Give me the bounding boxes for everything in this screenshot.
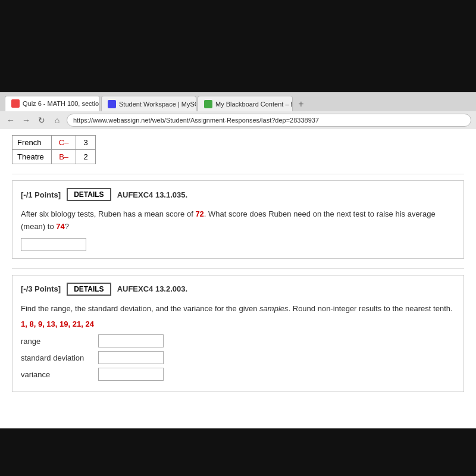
question-2-id: AUFEXC4 13.2.003. — [117, 284, 188, 293]
table-row: Theatre B– 2 — [12, 150, 96, 164]
monitor-bottom — [0, 428, 476, 476]
question-1-details-button[interactable]: DETAILS — [67, 188, 111, 201]
question-1-points: [-/1 Points] — [21, 190, 61, 199]
forward-button[interactable]: → — [20, 114, 32, 126]
std-dev-input[interactable] — [98, 351, 164, 364]
back-button[interactable]: ← — [5, 114, 17, 126]
divider-2 — [12, 268, 464, 269]
question-1-text: After six biology tests, Ruben has a mea… — [21, 208, 455, 233]
question-1-id: AUFEXC4 13.1.035. — [117, 190, 188, 199]
reload-button[interactable]: ↻ — [36, 114, 48, 126]
variance-row: variance — [21, 368, 455, 381]
points-theatre: 2 — [76, 150, 95, 164]
browser-window: Quiz 6 - MATH 100, section A02 ✕ Student… — [0, 92, 476, 428]
tab-bar: Quiz 6 - MATH 100, section A02 ✕ Student… — [0, 92, 476, 111]
variance-label: variance — [21, 370, 92, 379]
q1-mean2: 74 — [56, 222, 64, 231]
q2-samples-italic: samples — [259, 304, 288, 313]
std-dev-label: standard deviation — [21, 353, 92, 362]
sample-list: 1, 8, 9, 13, 19, 21, 24 — [21, 320, 455, 328]
tab-favicon-scad — [108, 100, 116, 108]
table-row: French C– 3 — [12, 136, 96, 150]
question-2-header: [-/3 Points] DETAILS AUFEXC4 13.2.003. — [21, 283, 455, 296]
tab-label-bb: My Blackboard Content – Blackb… — [215, 101, 293, 108]
new-tab-button[interactable]: + — [294, 97, 308, 111]
subject-french: French — [12, 136, 52, 150]
range-input[interactable] — [98, 334, 164, 347]
browser-chrome: Quiz 6 - MATH 100, section A02 ✕ Student… — [0, 92, 476, 129]
question-1-answer-input[interactable] — [21, 238, 86, 251]
tab-scad[interactable]: Student Workspace | MySCAD ✕ — [101, 96, 196, 111]
std-dev-row: standard deviation — [21, 351, 455, 364]
points-french: 3 — [76, 136, 95, 150]
grade-french: C– — [51, 136, 76, 150]
tab-favicon-quiz — [11, 99, 20, 108]
q1-text-before: After six biology tests, Ruben has a mea… — [21, 209, 195, 218]
grade-theatre: B– — [51, 150, 76, 164]
home-button[interactable]: ⌂ — [51, 114, 63, 126]
question-2-details-button[interactable]: DETAILS — [67, 283, 111, 296]
tab-blackboard[interactable]: My Blackboard Content – Blackb… ✕ — [198, 96, 293, 111]
page-content: French C– 3 Theatre B– 2 [-/1 Points] DE… — [0, 129, 476, 428]
question-1-section: [-/1 Points] DETAILS AUFEXC4 13.1.035. A… — [12, 180, 464, 259]
address-input[interactable] — [67, 114, 471, 127]
question-2-points: [-/3 Points] — [21, 284, 61, 293]
range-label: range — [21, 337, 92, 346]
q1-mean1: 72 — [195, 209, 203, 218]
divider-1 — [12, 174, 464, 174]
subject-theatre: Theatre — [12, 150, 52, 164]
question-2-section: [-/3 Points] DETAILS AUFEXC4 13.2.003. F… — [12, 275, 464, 393]
grade-table: French C– 3 Theatre B– 2 — [12, 135, 96, 164]
variance-input[interactable] — [98, 368, 164, 381]
range-row: range — [21, 334, 455, 347]
q1-text-after: ? — [65, 222, 69, 231]
question-2-text: Find the range, the standard deviation, … — [21, 303, 455, 315]
address-bar: ← → ↻ ⌂ — [0, 111, 476, 129]
question-1-header: [-/1 Points] DETAILS AUFEXC4 13.1.035. — [21, 188, 455, 201]
tab-favicon-bb — [204, 100, 212, 108]
tab-label-quiz: Quiz 6 - MATH 100, section A02 — [23, 100, 100, 107]
tab-label-scad: Student Workspace | MySCAD — [119, 101, 196, 108]
monitor-top — [0, 0, 476, 92]
tab-quiz[interactable]: Quiz 6 - MATH 100, section A02 ✕ — [5, 96, 100, 111]
